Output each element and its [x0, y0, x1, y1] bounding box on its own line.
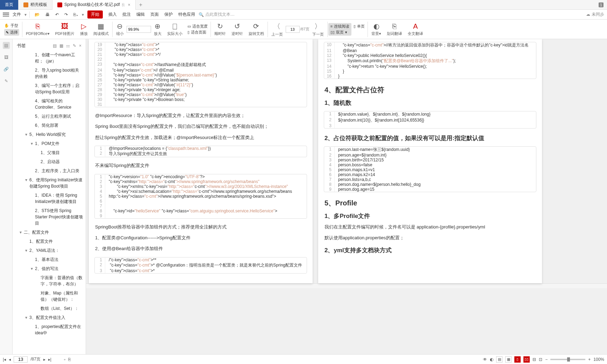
menu-annotate[interactable]: 批注: [120, 10, 133, 19]
bm-icon2[interactable]: ▦: [59, 43, 63, 48]
rail-signatures-icon[interactable]: ✎: [3, 78, 10, 85]
undo-icon[interactable]: ↶: [53, 11, 61, 19]
sb-zoomout-icon[interactable]: −: [545, 357, 548, 362]
tool-fitp[interactable]: ▯适合页面: [187, 30, 208, 35]
tab-close-icon[interactable]: ×: [128, 2, 130, 7]
menu-file[interactable]: 文件: [10, 10, 23, 19]
tool-next[interactable]: 〉下一页: [309, 22, 327, 37]
bookmark-item[interactable]: 2、启动器: [15, 157, 84, 166]
badge-count: 1: [599, 2, 604, 7]
tab-template[interactable]: 稻壳模板: [19, 0, 52, 10]
tab-pin-icon[interactable]: ⎘: [122, 2, 124, 7]
bookmark-item[interactable]: ▾1、POM文件: [15, 139, 84, 148]
open-icon[interactable]: 📂: [33, 11, 42, 19]
tool-prev[interactable]: 〈上一页: [269, 22, 286, 37]
tool-fulltrans[interactable]: A全文翻译: [405, 22, 426, 36]
sb-view1[interactable]: ▤: [496, 356, 502, 363]
tab-add[interactable]: +: [136, 2, 146, 8]
bookmark-item[interactable]: 4、编写相关的Controller、Service: [15, 96, 84, 112]
bookmark-item[interactable]: 1、配置文件: [15, 237, 84, 246]
tool-shrink[interactable]: ⊖缩小: [113, 22, 127, 36]
search-box[interactable]: 🔍点此查找文本…: [199, 12, 235, 17]
tool-pdf2office[interactable]: ⎘PDF转Office▾: [23, 22, 52, 36]
tool-fitw[interactable]: ▭适合宽度: [187, 24, 208, 29]
sb-prev-icon[interactable]: ◂: [9, 357, 11, 362]
bm-close-icon[interactable]: ×: [79, 43, 81, 48]
bookmark-item[interactable]: 5、运行主程序测试: [15, 112, 84, 121]
menu-special[interactable]: 特色应用: [176, 10, 197, 19]
zoom-input[interactable]: [127, 26, 151, 33]
zoom-slider[interactable]: [550, 359, 585, 360]
bookmark-item[interactable]: ▾二、配置文件: [15, 228, 84, 237]
bookmark-item[interactable]: 2、主程序类，主入口类: [15, 166, 84, 175]
sb-icon-b[interactable]: ⎘: [68, 357, 71, 362]
tool-double[interactable]: ▯▯双页▾: [330, 30, 349, 35]
sb-eye-icon[interactable]: 👁: [483, 357, 487, 362]
tab-home[interactable]: 首页: [0, 0, 19, 10]
bookmark-item[interactable]: 2、导入spring boot相关的依赖: [15, 66, 84, 81]
bm-icon3[interactable]: ⚏: [66, 43, 70, 48]
tool-single[interactable]: ▯单页: [354, 24, 365, 29]
bookmark-item[interactable]: 3、编写一个主程序；启动Spring Boot应用: [15, 81, 84, 96]
bookmark-item[interactable]: 字面量：普通的值（数字，字符串，布尔）: [15, 273, 84, 289]
menu-edit[interactable]: 编辑: [134, 10, 147, 19]
sync-status[interactable]: 未同步: [586, 12, 604, 17]
sb-view3[interactable]: ▯: [514, 356, 521, 363]
menu-protect[interactable]: 保护: [162, 10, 175, 19]
tool-ccw[interactable]: ↺逆时针: [229, 22, 246, 36]
redo-icon[interactable]: ↷: [62, 11, 70, 19]
bookmark-item[interactable]: 对象、Map（属性和值）（键值对）：: [15, 289, 84, 304]
bookmark-item[interactable]: 1、父项目: [15, 148, 84, 157]
tool-bg[interactable]: ◐背景▾: [369, 22, 384, 36]
page-input[interactable]: [286, 26, 300, 33]
bookmark-item[interactable]: 1、创建一个maven工程；（jar）: [15, 50, 84, 66]
rail-bookmarks-icon[interactable]: ▤: [3, 42, 10, 49]
tool-continuous[interactable]: ≡连续阅读: [330, 24, 349, 29]
horizontal-scrollbar[interactable]: [86, 283, 607, 288]
sb-icon-a[interactable]: ▫: [64, 357, 65, 362]
bookmark-item[interactable]: 6、简化部署: [15, 121, 84, 130]
sb-view4[interactable]: ▯▯: [523, 356, 530, 363]
bookmark-item[interactable]: 1、基本语法: [15, 255, 84, 264]
bookmark-item[interactable]: ▾2、值的写法: [15, 264, 84, 273]
tab-document[interactable]: Spring Boot核心技术-笔记.pdf⎘×: [52, 0, 136, 10]
menu-begin[interactable]: 开始: [87, 10, 103, 19]
tool-pdf2img[interactable]: 🖼PDF转图片: [52, 22, 77, 36]
document-viewport[interactable]: 19 "c-key">class="c-cmt">* 20 "c-key">cl…: [86, 39, 607, 354]
bm-icon1[interactable]: ▤: [53, 43, 57, 48]
menu-page[interactable]: 页面: [148, 10, 161, 19]
bm-icon4[interactable]: ✎: [73, 43, 76, 48]
tool-enlarge[interactable]: ⊕放大: [151, 22, 164, 36]
tool-play[interactable]: ▷播放: [77, 22, 91, 36]
sb-fit2-icon[interactable]: ⊡: [539, 357, 542, 362]
sb-next-icon[interactable]: ▸: [43, 357, 45, 362]
sb-last-icon[interactable]: ▸|: [48, 357, 51, 362]
bookmark-item[interactable]: 1、properties配置文件在idea中: [15, 322, 84, 337]
tool-select[interactable]: ⬉选择: [4, 29, 19, 36]
sb-page-input[interactable]: [14, 356, 28, 363]
tool-actual[interactable]: ⎕实际大小: [164, 22, 185, 36]
tool-rotate[interactable]: ⟳旋转文档: [246, 22, 267, 36]
tool-translate[interactable]: ⎘划词翻译: [384, 22, 405, 36]
bookmark-item[interactable]: 1、IDEA：使用 Spring Initializer快速创建项目: [15, 191, 84, 206]
sb-fit1-icon[interactable]: ⊟: [533, 357, 536, 362]
bookmark-item[interactable]: ▾3、配置文件值注入: [15, 313, 84, 322]
sb-view2[interactable]: ▦: [505, 356, 512, 363]
bookmark-item[interactable]: ▾2、YAML语法：: [15, 246, 84, 255]
more-icon[interactable]: ⎘▾: [71, 11, 80, 19]
tool-readmode[interactable]: ▦阅读模式: [91, 22, 112, 36]
bookmark-item[interactable]: 2、STS使用 Spring Starter Project快速创建项目: [15, 206, 84, 228]
tool-hand[interactable]: ✋手型: [4, 23, 19, 28]
rail-attachments-icon[interactable]: 🔗: [3, 66, 10, 73]
bookmark-item[interactable]: ▾6、使用Spring Initializer快速创建Spring Boot项目: [15, 175, 84, 191]
sb-first-icon[interactable]: |◂: [3, 357, 6, 362]
tool-cw[interactable]: ↻顺时针: [212, 22, 229, 36]
bookmark-item[interactable]: 数组（List、Set）：: [15, 304, 84, 313]
sb-moon-icon[interactable]: ◐: [490, 357, 493, 362]
print-icon[interactable]: 🖶: [43, 11, 52, 19]
hamburger-icon[interactable]: [3, 12, 9, 17]
sb-zoomin-icon[interactable]: +: [588, 357, 591, 362]
bookmark-item[interactable]: ▾5、Hello World探究: [15, 130, 84, 139]
menu-insert[interactable]: 插入: [106, 10, 119, 19]
rail-thumbnails-icon[interactable]: 🖼: [3, 54, 10, 61]
